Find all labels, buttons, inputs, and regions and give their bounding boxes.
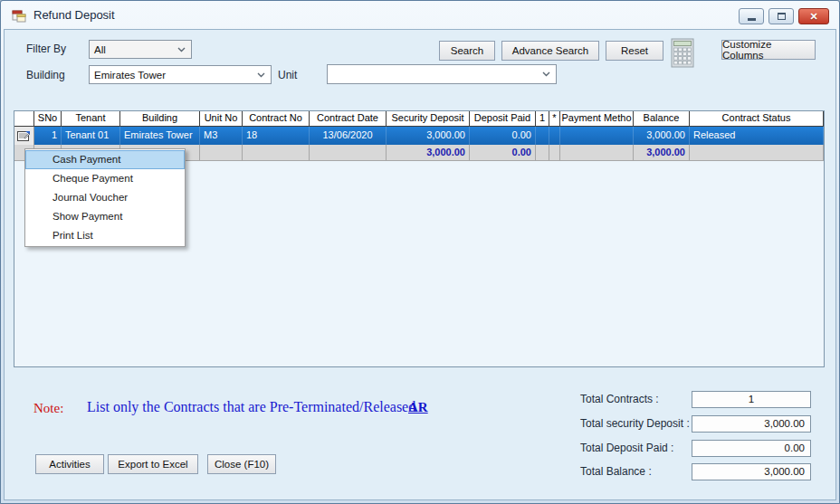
building-value: Emirates Tower bbox=[94, 70, 166, 81]
note-label: Note: bbox=[33, 401, 63, 416]
total-deposit-paid-value: 0.00 bbox=[692, 440, 811, 457]
window-controls: ✕ bbox=[739, 8, 829, 24]
title-bar: Refund Deposit bbox=[1, 1, 839, 29]
search-button[interactable]: Search bbox=[439, 41, 495, 61]
maximize-icon bbox=[778, 13, 786, 20]
menu-item-print-list[interactable]: Print List bbox=[25, 226, 185, 245]
cell-unit-no[interactable]: M3 bbox=[200, 127, 243, 145]
column-header-security-deposit[interactable]: Security Deposit bbox=[387, 111, 470, 127]
menu-item-cheque-payment[interactable]: Cheque Payment bbox=[25, 169, 185, 188]
cell-1[interactable] bbox=[536, 127, 549, 145]
close-icon: ✕ bbox=[809, 11, 817, 23]
cell-payment-method[interactable] bbox=[560, 127, 634, 145]
building-label: Building bbox=[26, 69, 65, 81]
total-security-deposit-label: Total security Deposit : bbox=[580, 417, 690, 430]
column-header-unit-no[interactable]: Unit No bbox=[200, 111, 243, 127]
cell-contract-no[interactable]: 18 bbox=[243, 127, 310, 145]
column-header-building[interactable]: Building bbox=[120, 111, 200, 127]
total-contracts-label: Total Contracts : bbox=[580, 393, 659, 405]
grid-header-row: SNo Tenant Building Unit No Contract No … bbox=[14, 111, 824, 127]
advance-search-button[interactable]: Advance Search bbox=[501, 41, 599, 61]
column-header-deposit-paid[interactable]: Deposit Paid bbox=[470, 111, 536, 127]
unit-combobox[interactable] bbox=[327, 64, 557, 84]
total-balance-label: Total Balance : bbox=[580, 465, 652, 478]
chevron-down-icon bbox=[177, 47, 186, 52]
column-header-sno[interactable]: SNo bbox=[34, 111, 62, 127]
summary-balance: 3,000.00 bbox=[634, 145, 690, 161]
column-header-selector[interactable] bbox=[14, 111, 34, 127]
chevron-down-icon bbox=[542, 71, 550, 77]
column-header-tenant[interactable]: Tenant bbox=[62, 111, 120, 127]
total-security-deposit-value: 3,000.00 bbox=[692, 415, 811, 433]
activities-button[interactable]: Activities bbox=[35, 454, 104, 474]
close-button[interactable]: ✕ bbox=[798, 8, 829, 24]
note-link-ar[interactable]: AR bbox=[408, 400, 428, 415]
chevron-down-icon bbox=[257, 72, 265, 78]
column-header-contract-no[interactable]: Contract No bbox=[243, 111, 310, 127]
total-deposit-paid-label: Total Deposit Paid : bbox=[580, 442, 673, 454]
export-to-excel-button[interactable]: Export to Excel bbox=[108, 454, 198, 474]
table-row-selected[interactable]: 1 Tenant 01 Emirates Tower M3 18 13/06/2… bbox=[14, 127, 824, 145]
minimize-button[interactable] bbox=[739, 8, 764, 24]
total-balance-value: 3,000.00 bbox=[692, 463, 811, 480]
menu-item-journal-voucher[interactable]: Journal Voucher bbox=[25, 188, 185, 207]
column-header-contract-date[interactable]: Contract Date bbox=[310, 111, 387, 127]
row-selector-cell[interactable] bbox=[14, 127, 34, 145]
filter-by-label: Filter By bbox=[26, 43, 66, 55]
cell-tenant[interactable]: Tenant 01 bbox=[62, 127, 120, 145]
summary-payment-method bbox=[560, 145, 634, 161]
summary-1 bbox=[536, 145, 549, 161]
column-header-contract-status[interactable]: Contract Status bbox=[690, 111, 824, 127]
summary-contract-status bbox=[690, 145, 824, 161]
cell-sno[interactable]: 1 bbox=[34, 127, 62, 145]
summary-contract-no bbox=[243, 145, 310, 161]
filter-by-value: All bbox=[94, 44, 106, 55]
cell-deposit-paid[interactable]: 0.00 bbox=[470, 127, 536, 145]
menu-item-show-payment[interactable]: Show Payment bbox=[25, 207, 185, 226]
cell-contract-status[interactable]: Released bbox=[690, 127, 824, 145]
customize-columns-button[interactable]: Customize Columns bbox=[721, 40, 816, 60]
column-header-balance[interactable]: Balance bbox=[634, 111, 690, 127]
reset-button[interactable]: Reset bbox=[606, 41, 663, 61]
summary-star bbox=[549, 145, 560, 161]
cell-contract-date[interactable]: 13/06/2020 bbox=[310, 127, 387, 145]
cell-balance[interactable]: 3,000.00 bbox=[634, 127, 690, 145]
filter-by-combobox[interactable]: All bbox=[89, 40, 192, 59]
cell-building[interactable]: Emirates Tower bbox=[120, 127, 200, 145]
note-text: List only the Contracts that are Pre-Ter… bbox=[87, 399, 415, 415]
column-header-1[interactable]: 1 bbox=[536, 111, 549, 127]
maximize-button[interactable] bbox=[768, 8, 794, 24]
cell-star[interactable] bbox=[549, 127, 560, 145]
minimize-icon bbox=[748, 18, 756, 21]
building-combobox[interactable]: Emirates Tower bbox=[89, 65, 272, 84]
calculator-icon[interactable] bbox=[671, 38, 695, 69]
app-icon bbox=[12, 8, 26, 23]
cell-security-deposit[interactable]: 3,000.00 bbox=[387, 127, 470, 145]
menu-item-cash-payment[interactable]: Cash Payment bbox=[25, 150, 185, 169]
refund-deposit-window: Refund Deposit ✕ Filter By All Building … bbox=[0, 0, 840, 504]
column-header-payment-method[interactable]: Payment Metho bbox=[560, 111, 634, 127]
total-contracts-value: 1 bbox=[692, 391, 811, 408]
form-client-area: Filter By All Building Emirates Tower Un… bbox=[4, 29, 836, 500]
unit-label: Unit bbox=[278, 69, 297, 81]
summary-contract-date bbox=[310, 145, 387, 161]
column-header-star[interactable]: * bbox=[549, 111, 560, 127]
window-title: Refund Deposit bbox=[33, 8, 115, 22]
close-f10-button[interactable]: Close (F10) bbox=[207, 454, 276, 474]
summary-deposit-paid: 0.00 bbox=[470, 145, 536, 161]
summary-security-deposit: 3,000.00 bbox=[387, 145, 470, 161]
edit-row-indicator-icon bbox=[17, 130, 31, 142]
summary-unit-no bbox=[200, 145, 243, 161]
row-context-menu: Cash Payment Cheque Payment Journal Vouc… bbox=[24, 148, 186, 247]
